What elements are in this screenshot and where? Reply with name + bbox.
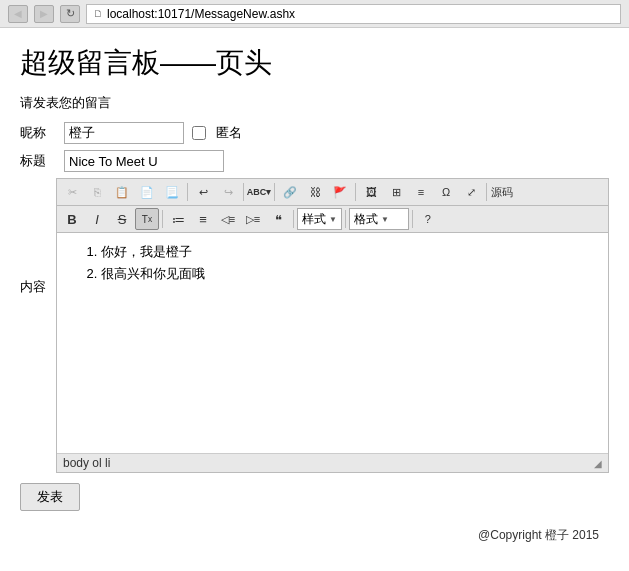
- paste-text-button[interactable]: 📄: [135, 181, 159, 203]
- subject-input[interactable]: [64, 150, 224, 172]
- forward-icon: ▶: [40, 8, 48, 19]
- content-label: 内容: [20, 178, 56, 296]
- editor-statusbar: body ol li ◢: [57, 453, 608, 472]
- subject-row: 标题: [20, 150, 609, 172]
- submit-button[interactable]: 发表: [20, 483, 80, 511]
- back-icon: ◀: [14, 8, 22, 19]
- format-dropdown-label: 格式: [354, 211, 378, 228]
- page-content: 超级留言板——页头 请发表您的留言 昵称 匿名 标题 内容 ✂ ⎘ 📋 📄 📃 …: [0, 28, 629, 560]
- table-button[interactable]: ⊞: [384, 181, 408, 203]
- anon-label: 匿名: [216, 124, 242, 142]
- forward-button[interactable]: ▶: [34, 5, 54, 23]
- outdent-button[interactable]: ◁≡: [216, 208, 240, 230]
- browser-chrome: ◀ ▶ ↻ 🗋 localhost:10171/MessageNew.ashx: [0, 0, 629, 28]
- help-button[interactable]: ?: [416, 208, 440, 230]
- toolbar-sep-8: [345, 210, 346, 228]
- strikethrough-button[interactable]: S: [110, 208, 134, 230]
- anon-checkbox[interactable]: [192, 126, 206, 140]
- url-text: localhost:10171/MessageNew.ashx: [107, 7, 295, 21]
- url-bar[interactable]: 🗋 localhost:10171/MessageNew.ashx: [86, 4, 621, 24]
- spell-button[interactable]: ABC▾: [247, 181, 271, 203]
- fullscreen-button[interactable]: ⤢: [459, 181, 483, 203]
- copyright-row: @Copyright 橙子 2015: [20, 527, 609, 544]
- page-title: 超级留言板——页头: [20, 44, 609, 82]
- toolbar-sep-1: [187, 183, 188, 201]
- editor-list-item-1: 你好，我是橙子: [101, 243, 592, 261]
- link-button[interactable]: 🔗: [278, 181, 302, 203]
- refresh-icon: ↻: [66, 7, 75, 20]
- ul-button[interactable]: ≡: [191, 208, 215, 230]
- editor-list-item-2: 很高兴和你见面哦: [101, 265, 592, 283]
- back-button[interactable]: ◀: [8, 5, 28, 23]
- indent-button[interactable]: ▷≡: [241, 208, 265, 230]
- nickname-label: 昵称: [20, 124, 56, 142]
- toolbar-sep-4: [355, 183, 356, 201]
- toolbar-sep-7: [293, 210, 294, 228]
- toolbar-row-2: B I S Tx ≔ ≡ ◁≡ ▷≡ ❝ 样式 ▼ 格式 ▼: [57, 206, 608, 233]
- statusbar-tags: body ol li: [63, 456, 110, 470]
- italic-button[interactable]: I: [85, 208, 109, 230]
- image-button[interactable]: 🖼: [359, 181, 383, 203]
- format-dropdown-arrow: ▼: [381, 215, 389, 224]
- page-icon: 🗋: [93, 8, 103, 19]
- nickname-row: 昵称 匿名: [20, 122, 609, 144]
- undo-button[interactable]: ↩: [191, 181, 215, 203]
- refresh-button[interactable]: ↻: [60, 5, 80, 23]
- toolbar-sep-5: [486, 183, 487, 201]
- style-dropdown[interactable]: 样式 ▼: [297, 208, 342, 230]
- editor-body[interactable]: 你好，我是橙子 很高兴和你见面哦: [57, 233, 608, 453]
- toolbar-sep-6: [162, 210, 163, 228]
- redo-button[interactable]: ↪: [216, 181, 240, 203]
- toolbar-sep-3: [274, 183, 275, 201]
- style-dropdown-label: 样式: [302, 211, 326, 228]
- instruction-text: 请发表您的留言: [20, 94, 609, 112]
- blockquote-button[interactable]: ❝: [266, 208, 290, 230]
- submit-row: 发表: [20, 483, 609, 511]
- bold-button[interactable]: B: [60, 208, 84, 230]
- paste-button[interactable]: 📋: [110, 181, 134, 203]
- unlink-button[interactable]: ⛓: [303, 181, 327, 203]
- resize-handle[interactable]: ◢: [594, 458, 608, 472]
- toolbar-sep-9: [412, 210, 413, 228]
- format-dropdown[interactable]: 格式 ▼: [349, 208, 409, 230]
- subject-label: 标题: [20, 152, 56, 170]
- nickname-input[interactable]: [64, 122, 184, 144]
- copyright-text: @Copyright 橙子 2015: [478, 528, 599, 542]
- editor-wrapper: ✂ ⎘ 📋 📄 📃 ↩ ↪ ABC▾ 🔗 ⛓ 🚩 🖼 ⊞ ≡ Ω ⤢: [56, 178, 609, 473]
- ol-button[interactable]: ≔: [166, 208, 190, 230]
- toolbar-sep-2: [243, 183, 244, 201]
- style-dropdown-arrow: ▼: [329, 215, 337, 224]
- source-button[interactable]: 源码: [490, 181, 514, 203]
- toolbar-row-1: ✂ ⎘ 📋 📄 📃 ↩ ↪ ABC▾ 🔗 ⛓ 🚩 🖼 ⊞ ≡ Ω ⤢: [57, 179, 608, 206]
- subscript-button[interactable]: Tx: [135, 208, 159, 230]
- anchor-button[interactable]: 🚩: [328, 181, 352, 203]
- special-char-button[interactable]: Ω: [434, 181, 458, 203]
- hr-button[interactable]: ≡: [409, 181, 433, 203]
- cut-button[interactable]: ✂: [60, 181, 84, 203]
- paste-word-button[interactable]: 📃: [160, 181, 184, 203]
- content-row: 内容 ✂ ⎘ 📋 📄 📃 ↩ ↪ ABC▾ 🔗 ⛓ 🚩 🖼 ⊞: [20, 178, 609, 473]
- copy-button[interactable]: ⎘: [85, 181, 109, 203]
